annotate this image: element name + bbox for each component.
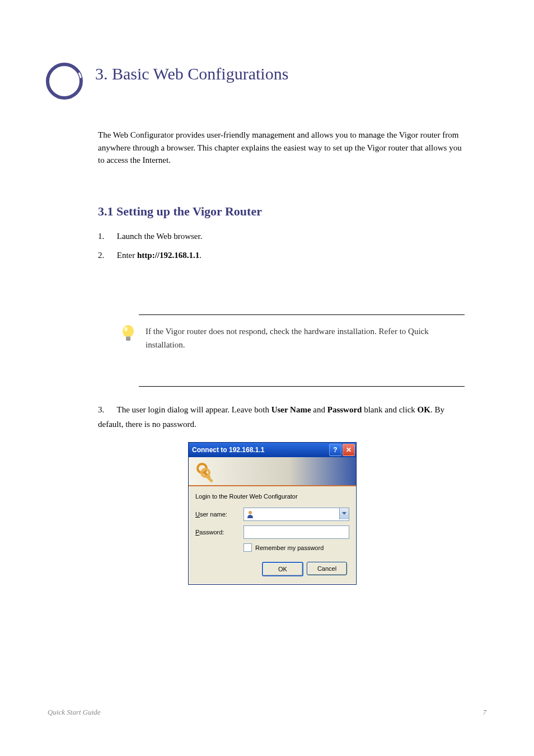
- subheading: 3.1 Setting up the Vigor Router: [98, 204, 262, 219]
- footer-page-number: 7: [483, 708, 487, 717]
- lightbulb-icon: [120, 325, 136, 345]
- remember-label: Remember my password: [255, 544, 324, 551]
- person-icon: [246, 510, 255, 519]
- dropdown-button[interactable]: [339, 508, 349, 519]
- close-button[interactable]: ✕: [343, 444, 355, 456]
- callout-text: If the Vigor router does not respond, ch…: [146, 325, 459, 351]
- dialog-titlebar[interactable]: Connect to 192.168.1.1 ? ✕: [189, 443, 356, 457]
- svg-point-3: [124, 327, 128, 331]
- keys-icon: [194, 461, 217, 483]
- section-heading: 3. Basic Web Configurations: [95, 64, 288, 83]
- ok-button[interactable]: OK: [262, 562, 303, 576]
- auth-dialog: Connect to 192.168.1.1 ? ✕ L: [188, 442, 357, 585]
- callout-rule-top: [139, 314, 465, 315]
- svg-point-1: [45, 62, 84, 101]
- chevron-down-icon: [342, 512, 346, 515]
- step-1: 1. Launch the Web browser.: [98, 229, 467, 244]
- help-button[interactable]: ?: [329, 444, 341, 456]
- svg-rect-6: [126, 339, 130, 339]
- section-circle-icon: [45, 62, 84, 101]
- password-field[interactable]: [243, 525, 349, 539]
- svg-point-2: [123, 325, 134, 337]
- footer-left: Quick Start Guide: [48, 708, 101, 717]
- steps-list: 1. Launch the Web browser. 2. Enter http…: [98, 229, 467, 267]
- dialog-message: Login to the Router Web Configurator: [195, 493, 349, 500]
- section-number: 3: [95, 64, 104, 83]
- section-title: Basic Web Configurations: [112, 64, 288, 83]
- question-icon: ?: [333, 446, 337, 454]
- svg-point-0: [48, 64, 81, 98]
- svg-rect-5: [126, 337, 130, 338]
- dialog-title: Connect to 192.168.1.1: [192, 446, 329, 454]
- dialog-banner: [189, 457, 356, 486]
- remember-checkbox[interactable]: [243, 543, 252, 552]
- callout-rule-bottom: [139, 386, 465, 387]
- intro-paragraph: The Web Configurator provides user-frien…: [98, 129, 467, 167]
- step-2: 2. Enter http://192.168.1.1.: [98, 248, 467, 263]
- username-label: User name:: [195, 511, 243, 518]
- password-label: Password:: [195, 529, 243, 536]
- cancel-button[interactable]: Cancel: [307, 562, 347, 575]
- step-3: 3. The user login dialog will appear. Le…: [98, 403, 467, 431]
- username-field[interactable]: [243, 508, 349, 521]
- svg-point-12: [249, 511, 252, 514]
- svg-rect-7: [126, 340, 130, 340]
- close-icon: ✕: [346, 446, 352, 454]
